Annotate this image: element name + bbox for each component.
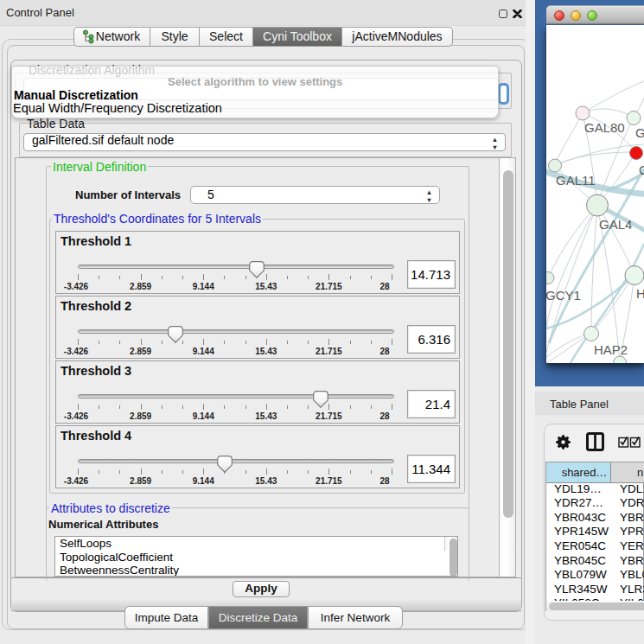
svg-text:GAL80: GAL80 (584, 120, 625, 135)
svg-text:H: H (636, 286, 644, 301)
svg-text:C: C (639, 163, 644, 177)
svg-text:G.: G. (635, 125, 644, 140)
svg-text:GAL11: GAL11 (556, 173, 596, 188)
svg-text:GAL4: GAL4 (599, 217, 632, 232)
svg-text:HAP2: HAP2 (594, 342, 628, 357)
svg-text:GCY1: GCY1 (546, 288, 581, 303)
